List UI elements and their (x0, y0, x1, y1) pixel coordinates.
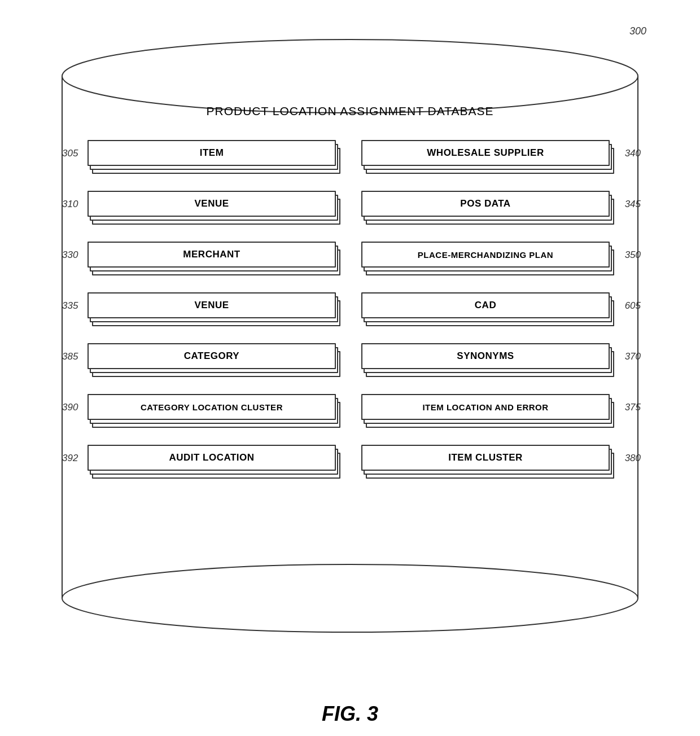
table-wholesale-supplier: WHOLESALE SUPPLIER (361, 140, 610, 178)
table-item: ITEM (88, 140, 336, 178)
table-synonyms: SYNONYMS (361, 343, 610, 382)
table-category-location-cluster: CATEGORY LOCATION CLUSTER (88, 394, 336, 432)
table-item-cluster-label: ITEM CLUSTER (448, 452, 523, 463)
table-synonyms-label: SYNONYMS (457, 351, 514, 362)
table-cad-label: CAD (475, 300, 496, 311)
ref-380: 380 (625, 453, 641, 464)
table-place-merchandizing-plan: PLACE-MERCHANDIZING PLAN (361, 242, 610, 280)
table-pos-data: POS DATA (361, 191, 610, 229)
diagram-wrapper: 300 PRODUCT LOCATION ASSIGNMENT DATABASE… (0, 0, 700, 736)
table-cad: CAD (361, 292, 610, 331)
ref-370: 370 (625, 351, 641, 362)
table-venue2: VENUE (88, 292, 336, 331)
ref-310: 310 (62, 199, 78, 210)
table-merchant-label: MERCHANT (183, 249, 240, 260)
ref-375: 375 (625, 402, 641, 413)
table-category-label: CATEGORY (184, 351, 239, 362)
table-item-label: ITEM (200, 147, 224, 159)
table-category-location-cluster-label: CATEGORY LOCATION CLUSTER (141, 402, 283, 412)
table-audit-location-label: AUDIT LOCATION (169, 452, 254, 463)
ref-345: 345 (625, 199, 641, 210)
ref-305: 305 (62, 148, 78, 159)
table-item-location-and-error-label: ITEM LOCATION AND ERROR (422, 402, 548, 412)
table-wholesale-supplier-label: WHOLESALE SUPPLIER (427, 147, 544, 159)
table-item-cluster: ITEM CLUSTER (361, 445, 610, 483)
ref-340: 340 (625, 148, 641, 159)
table-merchant: MERCHANT (88, 242, 336, 280)
ref-605: 605 (625, 300, 641, 312)
table-item-location-and-error: ITEM LOCATION AND ERROR (361, 394, 610, 432)
svg-point-3 (62, 564, 638, 632)
db-title: PRODUCT LOCATION ASSIGNMENT DATABASE (0, 104, 700, 118)
table-pos-data-label: POS DATA (460, 198, 510, 209)
table-venue: VENUE (88, 191, 336, 229)
table-venue2-label: VENUE (194, 300, 229, 311)
figure-caption: FIG. 3 (0, 702, 700, 726)
ref-385: 385 (62, 351, 78, 362)
table-venue-label: VENUE (194, 198, 229, 209)
ref-335: 335 (62, 300, 78, 312)
ref-330: 330 (62, 249, 78, 261)
svg-point-2 (62, 40, 638, 113)
ref-392: 392 (62, 453, 78, 464)
ref-350: 350 (625, 249, 641, 261)
table-audit-location: AUDIT LOCATION (88, 445, 336, 483)
ref-390: 390 (62, 402, 78, 413)
table-category: CATEGORY (88, 343, 336, 382)
table-place-merchandizing-plan-label: PLACE-MERCHANDIZING PLAN (418, 250, 553, 260)
